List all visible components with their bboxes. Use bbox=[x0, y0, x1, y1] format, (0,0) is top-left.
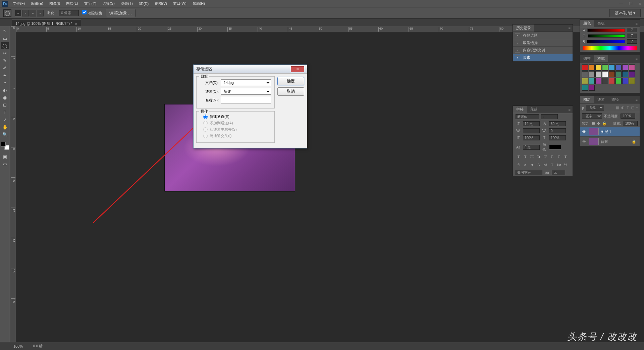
styles-tab[interactable]: 样式 bbox=[594, 55, 608, 62]
eraser-tool[interactable]: ⌖ bbox=[1, 79, 9, 86]
char-style-btn[interactable]: T bbox=[556, 154, 562, 160]
style-swatch[interactable] bbox=[595, 64, 601, 71]
style-swatch[interactable] bbox=[615, 64, 622, 71]
style-swatch[interactable] bbox=[595, 71, 601, 77]
style-swatch[interactable] bbox=[609, 64, 615, 71]
panel-menu-icon[interactable]: ≡ bbox=[634, 57, 640, 61]
paths-tab[interactable]: 路径 bbox=[608, 96, 622, 103]
char-style-btn[interactable]: T bbox=[516, 154, 522, 160]
layer-item[interactable]: 👁图层 1 bbox=[580, 127, 640, 137]
char-tab[interactable]: 字符 bbox=[513, 106, 527, 113]
style-swatch[interactable] bbox=[602, 78, 608, 84]
para-tab[interactable]: 段落 bbox=[527, 106, 541, 113]
dialog-close-button[interactable]: ✕ bbox=[291, 66, 304, 72]
g-slider[interactable] bbox=[588, 34, 625, 38]
char-feature-btn[interactable]: ad bbox=[542, 162, 548, 168]
text-color-swatch[interactable] bbox=[549, 145, 561, 149]
layer-item[interactable]: 👁背景🔒 bbox=[580, 137, 640, 146]
workspace-switcher[interactable]: 基本功能 ▾ bbox=[609, 9, 641, 17]
menu-layer[interactable]: 图层(L) bbox=[63, 0, 80, 7]
font-size[interactable] bbox=[523, 121, 540, 126]
style-swatch[interactable] bbox=[582, 64, 588, 71]
selection-mode-new[interactable]: ▫ bbox=[15, 10, 21, 16]
char-feature-btn[interactable]: fi bbox=[516, 162, 522, 168]
menu-help[interactable]: 帮助(H) bbox=[190, 0, 208, 7]
style-swatch[interactable] bbox=[589, 78, 595, 84]
ruler-vertical[interactable]: 024681012141618 bbox=[10, 26, 16, 342]
ok-button[interactable]: 确定 bbox=[277, 77, 304, 85]
menu-window[interactable]: 窗口(W) bbox=[170, 0, 189, 7]
aa-select[interactable] bbox=[552, 170, 565, 175]
op-radio[interactable] bbox=[203, 115, 208, 119]
char-feature-btn[interactable]: ½ bbox=[562, 162, 569, 168]
lock-all-icon[interactable]: 🔒 bbox=[602, 121, 607, 126]
style-swatch[interactable] bbox=[589, 85, 595, 91]
char-feature-btn[interactable]: T bbox=[549, 162, 555, 168]
char-feature-btn[interactable]: 1st bbox=[556, 162, 562, 168]
color-swatches[interactable] bbox=[1, 142, 9, 150]
selection-mode-subtract[interactable]: ▫ bbox=[30, 10, 36, 16]
menu-select[interactable]: 选择(S) bbox=[100, 0, 117, 7]
hand-tool[interactable]: ✋ bbox=[1, 124, 9, 130]
opacity-input[interactable] bbox=[621, 114, 635, 119]
kind-select[interactable]: 类型 bbox=[586, 105, 604, 111]
window-minimize-icon[interactable]: — bbox=[617, 1, 625, 6]
menu-type[interactable]: 文字(Y) bbox=[82, 0, 99, 7]
hscale[interactable] bbox=[549, 135, 566, 140]
b-slider[interactable] bbox=[587, 40, 625, 43]
leading[interactable] bbox=[549, 121, 566, 126]
filter-pixel-icon[interactable]: ▦ bbox=[616, 105, 619, 110]
panel-menu-icon[interactable]: ≡ bbox=[634, 21, 640, 26]
style-swatch[interactable] bbox=[629, 71, 635, 77]
panel-menu-icon[interactable]: ≡ bbox=[567, 107, 573, 112]
style-swatch[interactable] bbox=[622, 64, 628, 71]
color-tab[interactable]: 颜色 bbox=[580, 20, 594, 27]
style-swatch[interactable] bbox=[615, 78, 622, 84]
kern-input[interactable] bbox=[549, 128, 566, 133]
zoom-level[interactable]: 100% bbox=[13, 344, 23, 348]
eyedropper-tool[interactable]: ✎ bbox=[1, 57, 9, 64]
dialog-titlebar[interactable]: 存储选区 ✕ bbox=[194, 65, 307, 74]
history-tab[interactable]: 历史记录 bbox=[513, 25, 534, 32]
va-input[interactable] bbox=[523, 128, 540, 133]
lang-select[interactable] bbox=[516, 170, 542, 175]
op-radio-row[interactable]: 新建通道(E) bbox=[200, 114, 271, 119]
style-swatch[interactable] bbox=[615, 71, 622, 77]
char-style-btn[interactable]: T' bbox=[542, 154, 548, 160]
foreground-color-swatch[interactable] bbox=[1, 142, 6, 146]
brush-tool[interactable]: ✐ bbox=[1, 64, 9, 71]
menu-edit[interactable]: 编辑(E) bbox=[28, 0, 46, 7]
refine-edge-button[interactable]: 调整边缘 ... bbox=[106, 9, 136, 17]
doc-select[interactable]: 14.jpg bbox=[221, 79, 271, 86]
history-item[interactable]: ▫存储选区 bbox=[513, 32, 573, 39]
active-tool-icon[interactable]: ◯ bbox=[3, 9, 11, 17]
menu-view[interactable]: 视图(V) bbox=[152, 0, 170, 7]
style-swatch[interactable] bbox=[589, 71, 595, 77]
char-style-btn[interactable]: Tr bbox=[536, 154, 542, 160]
layer-visibility-icon[interactable]: 👁 bbox=[581, 139, 587, 143]
history-item[interactable]: ▫套索 bbox=[513, 54, 573, 61]
style-swatch[interactable] bbox=[609, 71, 615, 77]
menu-file[interactable]: 文件(F) bbox=[10, 0, 28, 7]
history-item[interactable]: ▫内容识别比例 bbox=[513, 47, 573, 54]
panel-menu-icon[interactable]: ≡ bbox=[567, 26, 573, 30]
screenmode-toggle[interactable]: ▭ bbox=[1, 161, 9, 167]
b-value[interactable]: 7 bbox=[627, 39, 637, 44]
menu-3d[interactable]: 3D(D) bbox=[136, 1, 151, 6]
zoom-tool[interactable]: 🔍 bbox=[1, 131, 9, 138]
filter-type-icon[interactable]: T bbox=[627, 105, 629, 110]
lock-position-icon[interactable]: ✢ bbox=[597, 121, 600, 126]
layer-thumbnail[interactable] bbox=[589, 128, 599, 135]
cancel-button[interactable]: 取消 bbox=[277, 87, 304, 96]
filter-smart-icon[interactable]: ▫ bbox=[636, 105, 638, 110]
fill-input[interactable] bbox=[623, 121, 638, 126]
g-value[interactable]: 7 bbox=[627, 34, 637, 38]
char-style-btn[interactable]: T, bbox=[549, 154, 555, 160]
clone-tool[interactable]: ✦ bbox=[1, 72, 9, 79]
marquee-tool[interactable]: ▭ bbox=[1, 35, 9, 42]
font-family[interactable] bbox=[516, 114, 539, 119]
style-swatch[interactable] bbox=[582, 85, 588, 91]
name-input[interactable] bbox=[221, 97, 271, 103]
char-style-btn[interactable]: T bbox=[562, 154, 569, 160]
adjust-tab[interactable]: 调整 bbox=[580, 55, 594, 62]
